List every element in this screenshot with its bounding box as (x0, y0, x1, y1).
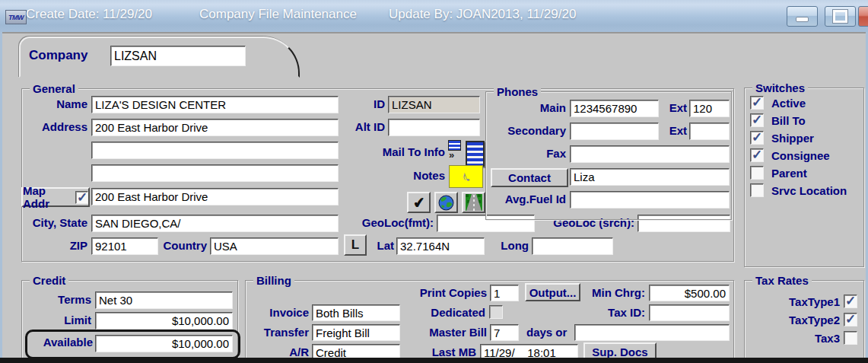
tax3-checkbox[interactable] (844, 331, 857, 345)
transfer-label: Transfer (251, 326, 309, 339)
min-chrg-label: Min Chrg: (583, 287, 645, 300)
address-line3-input[interactable] (91, 164, 339, 182)
alt-id-label: Alt ID (337, 121, 385, 134)
checkbox-shipper[interactable] (750, 131, 764, 145)
app-logo-icon: TMW (5, 10, 27, 24)
checkmark-icon: ✔ (412, 195, 426, 211)
print-copies-label: Print Copies (402, 287, 487, 300)
secondary-phone-label: Secondary (487, 125, 566, 138)
limit-label: Limit (23, 314, 91, 327)
taxtype2-label: TaxType2 (774, 314, 840, 327)
id-field (388, 96, 480, 113)
window-title: Company File Maintenance (199, 7, 357, 22)
checkbox-active[interactable] (750, 96, 764, 110)
maximize-icon (833, 10, 847, 23)
globe-icon (438, 195, 454, 211)
dedicated-label: Dedicated (409, 307, 485, 320)
main-ext-label: Ext (663, 102, 687, 115)
main-phone-label: Main (501, 102, 566, 115)
fax-input[interactable] (570, 145, 730, 163)
tax3-label: Tax3 (774, 333, 840, 345)
lat-label: Lat (371, 240, 394, 253)
address-line2-input[interactable] (91, 142, 339, 159)
company-tab-label: Company (29, 49, 87, 63)
company-file-maintenance-window: TMW Create Date: 11/29/20 Company File M… (0, 0, 868, 363)
route-map-button[interactable] (462, 192, 485, 213)
notes-button[interactable]: ♪ (449, 165, 483, 188)
address-line1-input[interactable] (91, 119, 339, 136)
map-addr-button[interactable]: Map Addr (21, 187, 90, 207)
window-border-bottom (0, 358, 868, 363)
secondary-ext-label: Ext (663, 125, 687, 138)
switch-label-shipper: Shipper (771, 132, 814, 145)
tax-id-input[interactable] (649, 304, 730, 321)
country-input[interactable] (210, 237, 339, 255)
update-by-text: Update By: JOAN2013, 11/29/20 (389, 7, 576, 22)
city-state-input[interactable] (91, 215, 339, 232)
taxtype1-label: TaxType1 (774, 296, 840, 309)
main-ext-input[interactable] (689, 100, 730, 117)
checkbox-bill-to[interactable] (750, 113, 764, 127)
print-copies-input[interactable] (490, 285, 519, 301)
contact-input[interactable] (570, 168, 730, 186)
titlebar[interactable]: TMW Create Date: 11/29/20 Company File M… (0, 0, 868, 33)
client-area: Company General Name Address Map Addr Ci… (0, 32, 868, 363)
checkbox-parent[interactable] (750, 166, 764, 180)
zip-label: ZIP (42, 240, 87, 253)
address-label: Address (15, 121, 87, 134)
maximize-button[interactable] (825, 6, 856, 27)
main-phone-input[interactable] (570, 100, 659, 117)
fax-label: Fax (501, 148, 566, 161)
invoice-label: Invoice (251, 307, 309, 320)
limit-input[interactable] (95, 312, 233, 330)
min-chrg-input[interactable] (649, 285, 730, 301)
checkbox-consignee[interactable] (750, 148, 764, 162)
window-border-left (0, 32, 2, 363)
lat-input[interactable] (396, 237, 485, 255)
long-input[interactable] (532, 237, 613, 255)
map-addr-checkbox[interactable] (75, 191, 88, 204)
id-label: ID (348, 98, 385, 111)
checkbox-srvc-location[interactable] (750, 183, 764, 197)
minimize-button[interactable] (787, 6, 818, 27)
globe-button[interactable] (434, 192, 458, 213)
close-button[interactable] (858, 6, 868, 27)
confirm-button[interactable]: ✔ (407, 192, 431, 213)
geoloc-fmt-label: GeoLoc(fmt): (344, 217, 434, 230)
transfer-input[interactable] (312, 324, 400, 341)
switch-label-srvc-location: Srvc Location (771, 185, 847, 198)
notes-label: Notes (367, 170, 445, 183)
alt-id-input[interactable] (388, 119, 480, 136)
contact-button[interactable]: Contact (491, 168, 568, 187)
switches-legend: Switches (752, 81, 808, 94)
master-bill-label: Master Bill (408, 326, 487, 339)
available-input (95, 335, 233, 352)
secondary-ext-input[interactable] (689, 123, 730, 140)
road-icon (466, 194, 482, 211)
days-or-label: days or (526, 326, 572, 339)
mail-to-info-label: Mail To Info (341, 146, 445, 159)
name-input[interactable] (91, 96, 339, 113)
master-bill-input[interactable] (490, 324, 519, 341)
billing-legend: Billing (253, 274, 294, 287)
switch-label-parent: Parent (771, 167, 807, 180)
zip-input[interactable] (91, 237, 158, 255)
music-note-icon: ♪ (459, 167, 472, 186)
map-addr-button-label: Map Addr (23, 184, 72, 210)
locate-button[interactable]: L (344, 234, 367, 256)
invoice-input[interactable] (312, 304, 400, 321)
avg-fuel-id-input[interactable] (570, 191, 730, 209)
terms-label: Terms (23, 294, 91, 307)
company-id-input[interactable] (110, 46, 246, 66)
terms-input[interactable] (95, 291, 233, 309)
secondary-phone-input[interactable] (570, 123, 659, 140)
map-addr-input[interactable] (91, 188, 339, 205)
taxtype1-checkbox[interactable] (844, 295, 857, 308)
days-or-input[interactable] (574, 324, 730, 341)
mail-to-info-icon[interactable]: » (448, 139, 485, 167)
taxtype2-checkbox[interactable] (844, 313, 857, 326)
copy-arrows-icon: » (449, 149, 454, 161)
output-button[interactable]: Output... (525, 283, 580, 301)
create-date-text: Create Date: 11/29/20 (26, 7, 152, 22)
dedicated-checkbox[interactable] (489, 305, 503, 319)
